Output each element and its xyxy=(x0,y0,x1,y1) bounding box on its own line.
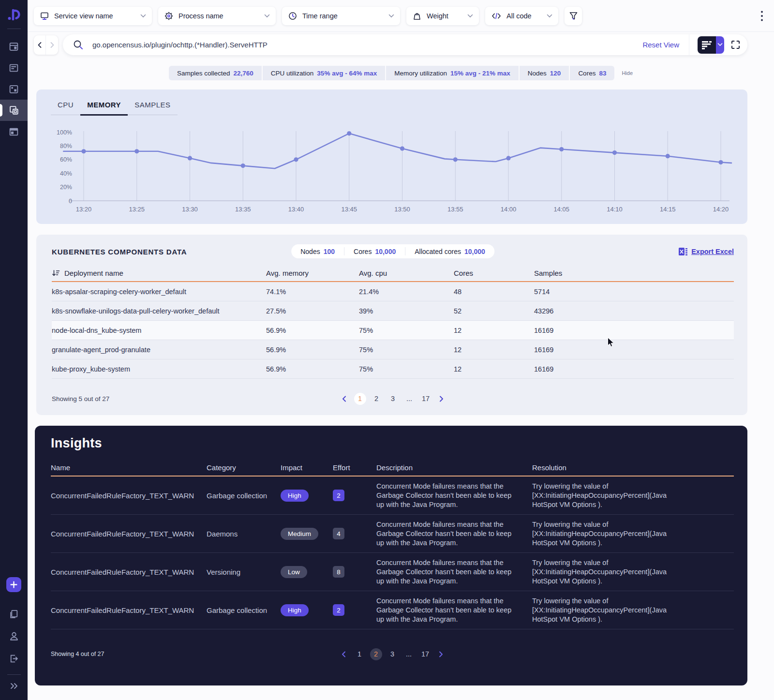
app-logo[interactable] xyxy=(0,0,28,28)
pagination: 1 2 3 ... 17 xyxy=(339,648,447,660)
sidebar-item-signout[interactable] xyxy=(0,647,28,670)
kebab-menu-icon xyxy=(760,10,763,22)
cell-resolution: Try lowering the value of [XX:Initiating… xyxy=(532,520,678,548)
sidebar-item-profile[interactable] xyxy=(0,625,28,647)
kubernetes-table-header: Deployment name Avg. memory Avg. cpu Cor… xyxy=(52,265,734,282)
page-button[interactable]: 2 xyxy=(370,648,382,660)
page-button[interactable]: 17 xyxy=(419,648,432,660)
prev-page-button[interactable] xyxy=(339,393,350,404)
tab-samples[interactable]: SAMPLES xyxy=(128,101,177,116)
process-name-dropdown[interactable]: Process name xyxy=(158,7,276,25)
page-button[interactable]: 2 xyxy=(371,393,383,405)
forward-button[interactable] xyxy=(46,35,58,55)
export-excel-label: Export Excel xyxy=(691,248,734,255)
cell-avg-cpu: 75% xyxy=(359,346,454,354)
service-view-dropdown[interactable]: Service view name xyxy=(34,7,152,25)
column-name: Name xyxy=(51,463,207,472)
svg-text:60%: 60% xyxy=(60,156,72,163)
chevron-right-icon xyxy=(439,651,443,657)
svg-text:40%: 40% xyxy=(60,170,72,177)
sidebar-item-flame-list[interactable] xyxy=(0,57,28,78)
time-range-dropdown[interactable]: Time range xyxy=(282,7,400,25)
page-button[interactable]: 3 xyxy=(387,648,399,660)
view-switcher-chevron[interactable] xyxy=(716,36,724,54)
copy-pages-icon xyxy=(9,609,19,619)
summary-value: 10,000 xyxy=(464,248,485,255)
view-switcher-button[interactable] xyxy=(698,36,724,54)
sidebar-item-pages[interactable] xyxy=(0,603,28,625)
page-button[interactable]: ... xyxy=(403,648,415,660)
more-menu-button[interactable] xyxy=(759,8,765,24)
search-query[interactable]: go.opencensus.io/plugin/ochttp.(*Handler… xyxy=(92,41,642,49)
page-button[interactable]: 3 xyxy=(387,393,399,405)
cell-samples: 16169 xyxy=(534,327,734,334)
sidebar-expand-button[interactable] xyxy=(0,678,28,694)
add-button[interactable] xyxy=(6,577,21,592)
cell-cores: 52 xyxy=(454,307,534,315)
pagination: 1 2 3 ... 17 xyxy=(339,393,447,405)
svg-text:80%: 80% xyxy=(60,143,72,149)
stat-value: 120 xyxy=(550,70,561,77)
table-row[interactable]: k8s-apsalar-scraping-celery-worker_defau… xyxy=(52,282,734,301)
column-cores[interactable]: Cores xyxy=(454,269,534,277)
insight-row[interactable]: ConcurrentFailedRuleFactory_TEXT_WARN Da… xyxy=(51,515,734,553)
next-page-button[interactable] xyxy=(436,649,447,659)
sidebar-item-dashboard[interactable] xyxy=(0,36,28,57)
table-row[interactable]: k8s-snowflake-unilogs-data-pull-celery-w… xyxy=(52,301,734,321)
table-row[interactable]: granulate-agent_prod-granulate 56.9% 75%… xyxy=(52,340,734,359)
cell-samples: 16169 xyxy=(534,346,734,354)
chevron-down-icon xyxy=(717,43,723,46)
sidebar-item-compare-view[interactable] xyxy=(0,100,28,121)
sort-descending-icon[interactable] xyxy=(52,269,60,277)
sidebar-item-expand-view[interactable] xyxy=(0,78,28,100)
funnel-icon xyxy=(569,11,578,21)
export-excel-link[interactable]: Export Excel xyxy=(678,247,734,256)
hide-link[interactable]: Hide xyxy=(622,70,633,76)
cell-description: Concurrent Mode failures means that the … xyxy=(376,596,521,624)
column-avg-cpu[interactable]: Avg. cpu xyxy=(359,269,454,277)
memory-utilization-line-chart[interactable]: 13:2013:2513:3013:3513:4013:4513:5013:55… xyxy=(50,128,733,218)
all-code-dropdown[interactable]: All code xyxy=(485,7,558,25)
tab-memory[interactable]: MEMORY xyxy=(80,101,128,116)
tab-cpu[interactable]: CPU xyxy=(51,101,80,116)
table-row[interactable]: kube-proxy_kube-system 56.9% 75% 12 1616… xyxy=(52,359,734,379)
flame-graph-view-button[interactable] xyxy=(698,36,716,54)
weight-icon xyxy=(412,11,422,21)
reset-view-link[interactable]: Reset View xyxy=(642,41,679,49)
column-resolution: Resolution xyxy=(532,463,734,472)
sidebar-item-table-view[interactable] xyxy=(0,121,28,142)
page-button[interactable]: 1 xyxy=(354,648,366,660)
insight-row[interactable]: ConcurrentFailedRuleFactory_TEXT_WARN Ga… xyxy=(51,477,734,515)
utilization-chart-card: CPU MEMORY SAMPLES 13:2013:2513:3013:351… xyxy=(36,89,747,224)
svg-text:14:05: 14:05 xyxy=(553,206,569,213)
column-avg-memory[interactable]: Avg. memory xyxy=(266,269,359,277)
table-row[interactable]: node-local-dns_kube-system 56.9% 75% 12 … xyxy=(52,321,734,340)
insight-row[interactable]: ConcurrentFailedRuleFactory_TEXT_WARN Ve… xyxy=(51,553,734,591)
column-deployment-name[interactable]: Deployment name xyxy=(64,269,123,277)
cell-resolution: Try lowering the value of [XX:Initiating… xyxy=(532,596,678,624)
next-page-button[interactable] xyxy=(436,393,447,404)
cell-avg-cpu: 21.4% xyxy=(359,288,454,296)
impact-badge: High xyxy=(281,604,309,616)
plus-icon xyxy=(10,581,17,588)
search-bar[interactable]: go.opencensus.io/plugin/ochttp.(*Handler… xyxy=(63,34,747,55)
prev-page-button[interactable] xyxy=(339,649,349,659)
filter-button[interactable] xyxy=(565,7,582,25)
back-button[interactable] xyxy=(34,35,46,55)
dashboard-icon xyxy=(9,42,19,52)
chevron-left-icon xyxy=(37,42,43,48)
column-effort: Effort xyxy=(333,463,376,472)
chart-tabs: CPU MEMORY SAMPLES xyxy=(51,101,178,115)
insight-row[interactable]: ConcurrentFailedRuleFactory_TEXT_WARN Ga… xyxy=(51,591,734,629)
column-samples[interactable]: Samples xyxy=(534,269,734,277)
chevron-down-icon xyxy=(140,14,146,18)
page-button[interactable]: ... xyxy=(403,393,416,405)
page-button[interactable]: 1 xyxy=(354,393,366,405)
fullscreen-button[interactable] xyxy=(730,40,741,50)
cell-deployment-name: granulate-agent_prod-granulate xyxy=(52,346,266,354)
cell-avg-cpu: 75% xyxy=(359,327,454,334)
code-icon xyxy=(491,11,502,21)
chevron-down-icon xyxy=(467,14,473,18)
page-button[interactable]: 17 xyxy=(420,393,432,405)
weight-dropdown[interactable]: Weight xyxy=(406,7,479,25)
